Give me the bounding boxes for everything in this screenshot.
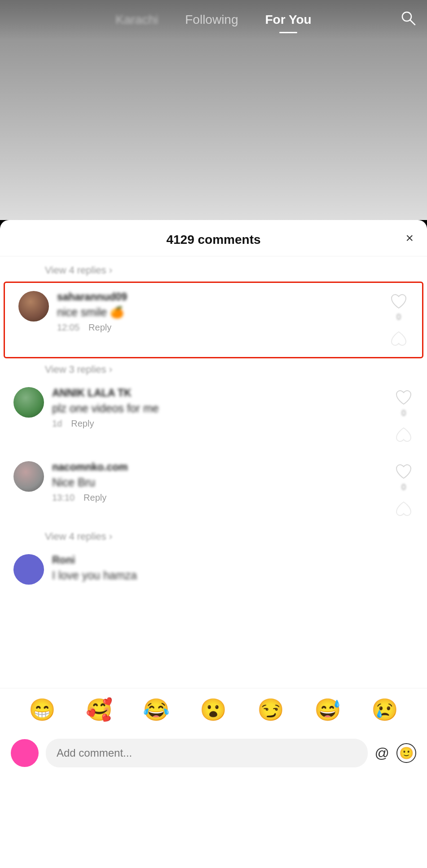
comment-username: saharannud09	[57, 291, 381, 303]
dislike-button[interactable]	[395, 425, 413, 445]
user-avatar	[11, 739, 39, 767]
dislike-button[interactable]	[395, 499, 413, 519]
comment-username: Roni	[52, 554, 414, 566]
comment-time: 13:10	[52, 493, 75, 503]
nav-item-for-you[interactable]: For You	[252, 8, 325, 31]
comment-time: 1d	[52, 419, 62, 429]
comments-header: 4129 comments ×	[0, 220, 427, 256]
emoji-cry[interactable]: 😢	[371, 697, 398, 723]
svg-point-0	[402, 12, 411, 21]
comment-text: plz one videos for me	[52, 402, 386, 415]
comment-time: 12:05	[57, 322, 79, 333]
comment-actions: 0	[394, 461, 414, 519]
like-button[interactable]: 0	[389, 291, 409, 322]
view-replies-3[interactable]: View 4 replies ›	[0, 527, 427, 546]
comment-actions: 0	[389, 291, 409, 349]
comment-item: saharannud09 nice smile 🍊 12:05 Reply 0	[4, 282, 423, 358]
comment-username: nacomnko.com	[52, 461, 386, 473]
reply-button[interactable]: Reply	[71, 419, 94, 429]
comment-username: ANNIK LALA TK	[52, 387, 386, 399]
comment-meta: 12:05 Reply	[57, 322, 381, 333]
view-replies-2[interactable]: View 3 replies ›	[0, 360, 427, 379]
search-icon[interactable]	[400, 10, 416, 30]
emoji-grin[interactable]: 😁	[29, 697, 56, 723]
svg-line-1	[410, 20, 415, 25]
like-button[interactable]: 0	[394, 461, 414, 492]
comment-item: ANNIK LALA TK plz one videos for me 1d R…	[0, 379, 427, 453]
comments-panel: 4129 comments × View 4 replies › saharan…	[0, 220, 427, 868]
comment-text: Nice Bru	[52, 476, 386, 489]
comment-input-row: @ 🙂	[0, 731, 427, 781]
at-icon[interactable]: @	[375, 745, 389, 762]
top-navigation: Karachi Following For You	[0, 0, 427, 40]
dislike-button[interactable]	[390, 329, 408, 349]
emoji-laugh-cry[interactable]: 😂	[143, 697, 170, 723]
emoji-hearts[interactable]: 🥰	[86, 697, 113, 723]
emoji-sweat-smile[interactable]: 😅	[314, 697, 341, 723]
like-button[interactable]: 0	[394, 387, 414, 418]
comment-item: Roni I love you hamza	[0, 546, 427, 594]
comment-body: Roni I love you hamza	[52, 554, 414, 586]
comment-body: nacomnko.com Nice Bru 13:10 Reply	[52, 461, 386, 503]
reply-button[interactable]: Reply	[88, 322, 111, 333]
comment-actions: 0	[394, 387, 414, 445]
emoji-wow[interactable]: 😮	[200, 697, 227, 723]
comment-meta: 13:10 Reply	[52, 493, 386, 503]
comment-input[interactable]	[46, 739, 368, 767]
avatar	[18, 291, 49, 322]
avatar	[13, 387, 44, 418]
like-count: 0	[396, 313, 401, 322]
close-button[interactable]: ×	[405, 230, 414, 246]
comment-body: ANNIK LALA TK plz one videos for me 1d R…	[52, 387, 386, 429]
nav-item-following[interactable]: Following	[172, 8, 251, 31]
like-count: 0	[401, 483, 406, 492]
comment-meta: 1d Reply	[52, 419, 386, 429]
view-replies-1[interactable]: View 4 replies ›	[0, 261, 427, 280]
like-count: 0	[401, 409, 406, 418]
comment-text: I love you hamza	[52, 569, 414, 582]
comments-title: 4129 comments	[166, 233, 260, 247]
comment-text: nice smile 🍊	[57, 306, 381, 319]
comment-item: nacomnko.com Nice Bru 13:10 Reply 0	[0, 453, 427, 527]
emoji-smirk[interactable]: 😏	[257, 697, 284, 723]
nav-item-karachi[interactable]: Karachi	[102, 8, 172, 31]
comments-list: View 4 replies › saharannud09 nice smile…	[0, 256, 427, 598]
emoji-bar: 😁 🥰 😂 😮 😏 😅 😢	[0, 688, 427, 731]
avatar	[13, 461, 44, 492]
comment-body: saharannud09 nice smile 🍊 12:05 Reply	[57, 291, 381, 333]
emoji-picker-icon[interactable]: 🙂	[396, 743, 416, 763]
avatar	[13, 554, 44, 585]
reply-button[interactable]: Reply	[84, 493, 106, 503]
video-area: Karachi Following For You	[0, 0, 427, 220]
